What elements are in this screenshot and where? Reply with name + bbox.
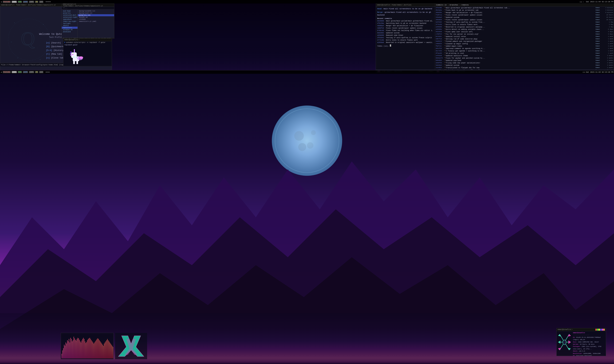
bottom-sb-icon: ◀ — [1, 71, 2, 73]
git-body: Head: main Fixed all screenshots to be o… — [376, 7, 435, 70]
clog-11[interactable]: 5d15b30*Fixes qemu user session uefiEmme… — [435, 31, 614, 33]
git-commit-9[interactable]: 2774c0bExtra lines to ensure flakes work — [377, 39, 434, 41]
clog-18[interactable]: e811f28*Improved comment on agenda synct… — [435, 47, 614, 50]
file-readme[interactable]: README.md — [78, 16, 114, 18]
file-item-spd[interactable]: spaceduck — [62, 18, 78, 20]
git-commit-6[interactable]: bbd2003Updated system — [377, 32, 434, 34]
svg-text:Q: Q — [21, 28, 35, 49]
audio-visualizer-window — [61, 333, 113, 359]
clog-22[interactable]: bb0da278*Fixes for waybar and patched cu… — [435, 57, 614, 59]
git-commit-8[interactable]: 3f53d42Testing if auto-cpufreq is system… — [377, 37, 434, 39]
file-item-seld[interactable]: selenized-dark — [62, 14, 78, 16]
git-commit-10[interactable]: a2658a0Reverted to original uwunicorn wa… — [377, 41, 434, 44]
git-commit-3[interactable]: 49d80a4Ranger dnd optimization + qb file… — [377, 25, 434, 27]
clog-15[interactable]: 5a6b619*Pinned embark and reorganized pa… — [435, 40, 614, 43]
git-commit-7[interactable]: a958d60Removed some bloat — [377, 34, 434, 37]
audio-bar-7 — [67, 340, 68, 358]
clog-4[interactable]: f1d57ca*Fixes recent qutebrowser update … — [435, 14, 614, 16]
clog-2[interactable]: d9c9a6a*Fixes back to gh as screenshot s… — [435, 9, 614, 12]
files-path-bar: ~/... — [62, 7, 114, 9]
clog-13[interactable]: bc31b3c*Updated install notesEmmet1 week — [435, 35, 614, 38]
pokemon-terminal-window: emmet@snowfire:~ $ pokemon-colorscripts … — [63, 38, 112, 66]
file-bg[interactable]: background.txt — [78, 12, 114, 14]
file-yaml[interactable]: uwwunicorn-yt.yaml — [78, 20, 114, 23]
clog-16[interactable]: c068d33*Cleaned up magit configEmmet1 we… — [435, 43, 614, 45]
bottom-window-btn-max[interactable]: ▶ — [584, 71, 585, 73]
file-item-ubu[interactable]: ubuntu — [62, 25, 78, 27]
audio-bar-16 — [74, 338, 75, 358]
audio-bars-container — [61, 333, 113, 359]
git-recent-title: Recent commits — [377, 17, 434, 20]
bottom-window-btn-min[interactable]: ◀ — [583, 71, 584, 73]
neofetch-header-left: emmet@snowfire:~ — [558, 329, 573, 330]
audio-bar-37 — [91, 340, 92, 358]
svg-point-46 — [298, 143, 306, 151]
file-item-tn[interactable]: tomorrow-night — [62, 20, 78, 23]
clog-7[interactable]: 5af93d2*Testing if auto-cpufreq is syste… — [435, 21, 614, 24]
file-item-wld[interactable]: woodland — [62, 31, 78, 33]
file-item-aidh[interactable]: aid-hope — [62, 10, 78, 12]
audio-bar-8 — [68, 341, 69, 358]
audio-bar-19 — [77, 339, 77, 358]
clog-25[interactable]: 5a94da4*Updated systemEmmet2 weeks — [435, 64, 614, 66]
file-item-sell[interactable]: selenized-light — [62, 16, 78, 18]
clog-3[interactable]: 489d30a*Ranger dnd optimization + qb fil… — [435, 12, 614, 14]
audio-bar-10 — [70, 342, 70, 358]
git-commit-1[interactable]: dee0888main gitea/main gitlab/main githu… — [377, 20, 434, 22]
clog-17[interactable]: f0af12c*Added magit-todosEmmet1 week — [435, 45, 614, 47]
files-right-panel: background256.txt background.txt polarit… — [78, 9, 114, 38]
audio-bar-47 — [99, 340, 100, 358]
git-commit-2[interactable]: ef0c58aSwitching back to gh as screensho… — [377, 22, 434, 25]
file-license[interactable]: LICENSE — [78, 18, 114, 20]
audio-bar-17 — [75, 340, 76, 358]
clog-6[interactable]: 495d840*Fixes recent qutebrowser update … — [435, 19, 614, 21]
svg-marker-63 — [558, 334, 561, 337]
file-item-w95[interactable]: windows-95 — [62, 29, 78, 31]
window-btn-close[interactable]: ✕ — [583, 1, 584, 3]
statusbar-tag-4: 100% — [29, 1, 34, 3]
clog-9[interactable]: a295d60*Reverted to original uwunicorn w… — [435, 26, 614, 28]
audio-bar-43 — [96, 340, 97, 358]
clog-1[interactable]: 1f4c38b*main gitea/main gitlab/main gith… — [435, 7, 614, 9]
audio-bar-62 — [111, 345, 112, 358]
git-commit-4[interactable]: 4d60fe9Fixes recent qutebrowser update i… — [377, 27, 434, 29]
file-item-pol[interactable]: polarity — [62, 12, 78, 14]
statusbar-tag-3: 104% — [23, 1, 28, 3]
clog-21[interactable]: cefd238*Updated uwunicorn themeEmmet2 we… — [435, 55, 614, 57]
audio-bar-38 — [92, 341, 92, 358]
clog-12[interactable]: c709f43*Fix for nix parser on install.or… — [435, 33, 614, 35]
audio-bar-2 — [63, 348, 64, 358]
neofetch-sep: ------------------- — [573, 334, 605, 336]
svg-rect-26 — [74, 49, 75, 53]
file-item-uwu[interactable]: uwunicorn — [62, 27, 78, 29]
audio-bar-48 — [100, 341, 100, 358]
clog-20[interactable]: df4ee4b*3d printing is coolEmmet1 week — [435, 52, 614, 55]
pokemon-command: $ pokemon-colorscripts -n rapidash -f ga… — [63, 41, 112, 44]
file-item-twl[interactable]: twilight — [62, 23, 78, 25]
audio-bar-46 — [98, 339, 99, 358]
svg-rect-55 — [597, 329, 599, 331]
svg-point-10 — [22, 27, 23, 28]
window-btn-min[interactable]: ◀ — [579, 1, 581, 3]
clog-19[interactable]: d1c7253*I finally got agenda + syncthing… — [435, 50, 614, 52]
pokemon-sprite — [64, 47, 88, 66]
svg-point-13 — [32, 27, 32, 27]
clog-24[interactable]: a560f59*Trying some new power optimizati… — [435, 62, 614, 64]
clog-26[interactable]: 1a14b2a*Transitioned to flatpak obs for … — [435, 66, 614, 69]
clog-5[interactable]: 226e8ad*Updated systemEmmet18 hours — [435, 16, 614, 19]
window-btn-max[interactable]: ▶ — [581, 1, 582, 3]
audio-bar-11 — [70, 338, 71, 358]
svg-point-6 — [48, 45, 48, 46]
top-statusbar: ◀ Youtube 100% 59% 104% 100% 1% 115 ■■■■… — [0, 0, 614, 3]
commits-list: 1f4c38b*main gitea/main gitlab/main gith… — [435, 6, 614, 70]
audio-bar-23 — [80, 341, 80, 358]
clog-10[interactable]: a26588a*Extra detail on adding unstable … — [435, 28, 614, 31]
file-polarity[interactable]: polarity.txt — [78, 14, 114, 16]
file-bg256[interactable]: background256.txt — [78, 10, 114, 12]
svg-rect-32 — [70, 52, 72, 53]
audio-bar-57 — [107, 339, 108, 358]
git-commit-5[interactable]: 0700c8dFixes flake not building when fla… — [377, 29, 434, 32]
clog-14[interactable]: 5d07f18*Getting rid of some electron pkg… — [435, 38, 614, 40]
clog-23[interactable]: b8040d4*Updated pyprlandEmmet2 weeks — [435, 59, 614, 62]
clog-8[interactable]: 3774c3b*Extra lines to ensure flakes wor… — [435, 24, 614, 26]
